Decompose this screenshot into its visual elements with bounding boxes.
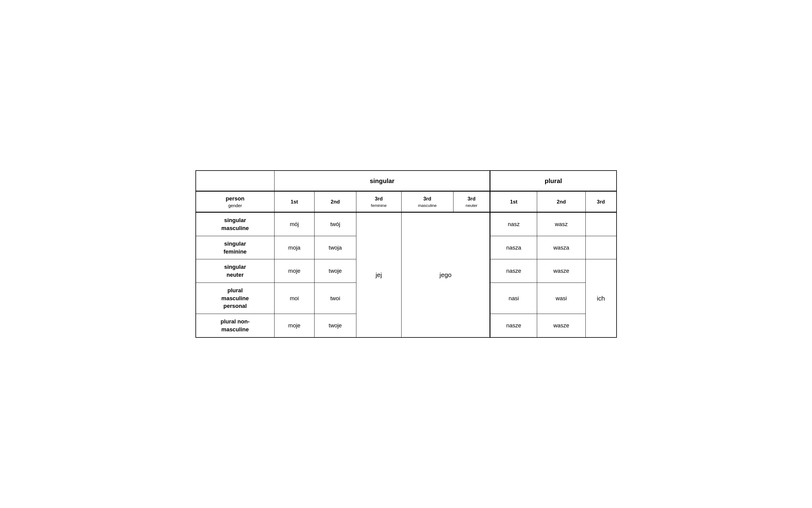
cell-sing-masc-3plur empty-cell (585, 212, 616, 236)
plural-header: plural (490, 171, 617, 191)
row-header-plur-non-masc: plural non-masculine (196, 314, 275, 337)
cell-plur-non-masc-2nd: twoje (314, 314, 356, 337)
row-singular-masculine: singularmasculine mój twój jej jego nasz… (196, 212, 617, 236)
cell-jej: jej (356, 212, 401, 337)
cell-sing-masc-1plur: nasz (490, 212, 537, 236)
cell-sing-masc-1st: mój (275, 212, 314, 236)
cell-plur-non-masc-2plur: wasze (537, 314, 586, 337)
top-header-row: singular plural (196, 171, 617, 191)
subheader-3rd-masc: 3rd masculine (401, 191, 453, 212)
row-header-plur-masc-pers: pluralmasculinepersonal (196, 283, 275, 314)
cell-plur-non-masc-1st: moje (275, 314, 314, 337)
subheader-row: person gender 1st 2nd 3rd feminine 3rd m… (196, 191, 617, 212)
cell-sing-fem-3plur empty-cell (585, 236, 616, 259)
subheader-1st-sing: 1st (275, 191, 314, 212)
subheader-1st-plur: 1st (490, 191, 537, 212)
subheader-2nd-plur: 2nd (537, 191, 586, 212)
cell-plur-masc-pers-2nd: twoi (314, 283, 356, 314)
cell-plur-masc-pers-1plur: nasi (490, 283, 537, 314)
cell-sing-neut-1st: moje (275, 259, 314, 283)
cell-plur-masc-pers-1st: moi (275, 283, 314, 314)
cell-jego: jego (401, 212, 490, 337)
person-gender-header: person gender (196, 191, 275, 212)
row-header-sing-masc: singularmasculine (196, 212, 275, 236)
cell-plur-masc-pers-2plur: wasi (537, 283, 586, 314)
cell-sing-neut-2nd: twoje (314, 259, 356, 283)
subheader-3rd-fem: 3rd feminine (356, 191, 401, 212)
row-header-sing-neut: singularneuter (196, 259, 275, 283)
table-wrapper: singular plural person gender 1st 2nd 3r… (192, 167, 620, 340)
cell-ich: ich (585, 259, 616, 337)
cell-sing-masc-2plur: wasz (537, 212, 586, 236)
singular-header: singular (275, 171, 490, 191)
subheader-3rd-plur: 3rd (585, 191, 616, 212)
cell-sing-fem-2nd: twoja (314, 236, 356, 259)
subheader-2nd-sing: 2nd (314, 191, 356, 212)
cell-sing-neut-2plur: wasze (537, 259, 586, 283)
cell-sing-neut-1plur: nasze (490, 259, 537, 283)
cell-sing-fem-1st: moja (275, 236, 314, 259)
row-header-sing-fem: singularfeminine (196, 236, 275, 259)
cell-sing-masc-2nd: twój (314, 212, 356, 236)
cell-sing-fem-2plur: wasza (537, 236, 586, 259)
subheader-3rd-neut: 3rd neuter (453, 191, 490, 212)
empty-top-left (196, 171, 275, 191)
polish-possessives-table: singular plural person gender 1st 2nd 3r… (195, 170, 617, 337)
cell-plur-non-masc-1plur: nasze (490, 314, 537, 337)
cell-sing-fem-1plur: nasza (490, 236, 537, 259)
